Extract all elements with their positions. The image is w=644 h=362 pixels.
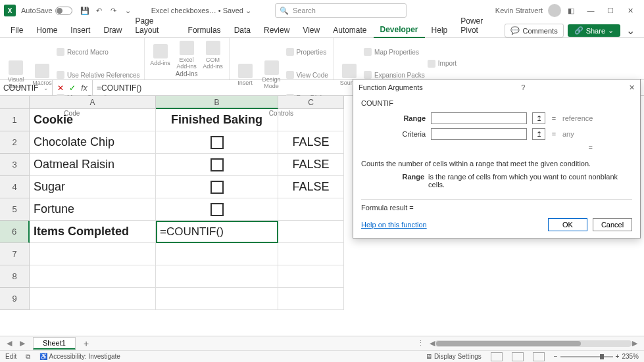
criteria-ref-icon[interactable]: ↥	[532, 128, 545, 140]
toggle-switch[interactable]	[55, 7, 72, 15]
col-header-c[interactable]: C	[278, 96, 344, 109]
tab-power-pivot[interactable]: Power Pivot	[454, 14, 505, 37]
tab-file[interactable]: File	[4, 23, 30, 37]
share-button[interactable]: 🔗 Share ⌄	[568, 24, 620, 37]
checkbox[interactable]	[211, 203, 224, 216]
undo-icon[interactable]: ↶	[93, 5, 105, 16]
cell-b8[interactable]	[156, 265, 278, 288]
row-header-7[interactable]: 7	[0, 243, 30, 265]
view-page-layout-icon[interactable]	[512, 352, 524, 361]
collapse-ribbon-icon[interactable]: ⌄	[624, 25, 636, 37]
cell-a3[interactable]: Oatmeal Raisin	[30, 154, 156, 176]
redo-icon[interactable]: ↷	[108, 5, 120, 16]
tab-home[interactable]: Home	[30, 23, 64, 37]
row-header-1[interactable]: 1	[0, 109, 30, 131]
map-properties-button[interactable]: Map Properties	[364, 41, 425, 63]
cell-a7[interactable]	[30, 243, 156, 265]
tab-page-layout[interactable]: Page Layout	[128, 14, 181, 37]
record-macro-button[interactable]: Record Macro	[57, 41, 140, 63]
addins-button[interactable]: Add-ins	[149, 41, 172, 70]
excel-addins-button[interactable]: Excel Add-ins	[175, 41, 199, 70]
scroll-right-icon[interactable]: ▶	[632, 339, 637, 348]
range-input[interactable]	[431, 112, 527, 124]
scroll-left-icon[interactable]: ◀	[430, 339, 435, 348]
cell-c8[interactable]	[278, 265, 344, 288]
row-header-8[interactable]: 8	[0, 265, 30, 288]
cancel-formula-icon[interactable]: ✕	[55, 83, 66, 93]
row-header-2[interactable]: 2	[0, 131, 30, 154]
cell-c3[interactable]: FALSE	[278, 154, 344, 176]
cell-b2[interactable]	[156, 131, 278, 154]
add-sheet-button[interactable]: +	[84, 338, 89, 349]
tab-data[interactable]: Data	[228, 23, 257, 37]
tab-developer[interactable]: Developer	[374, 22, 425, 38]
fx-icon[interactable]: fx	[79, 83, 89, 93]
col-header-a[interactable]: A	[30, 96, 156, 109]
stats-icon[interactable]: ⧉	[26, 353, 30, 361]
checkbox[interactable]	[211, 158, 224, 171]
enter-formula-icon[interactable]: ✓	[67, 83, 78, 93]
view-normal-icon[interactable]	[491, 352, 503, 361]
close-icon[interactable]: ✕	[620, 4, 640, 17]
tab-automate[interactable]: Automate	[326, 23, 373, 37]
cell-b4[interactable]	[156, 176, 278, 198]
com-addins-button[interactable]: COM Add-ins	[201, 41, 225, 70]
user-account[interactable]: Kevin Stratvert	[495, 4, 561, 17]
name-box[interactable]: COUNTIF ⌄	[0, 80, 53, 95]
row-header-3[interactable]: 3	[0, 154, 30, 176]
search-input[interactable]: 🔍 Search	[275, 3, 407, 18]
cell-b3[interactable]	[156, 154, 278, 176]
autosave-toggle[interactable]: AutoSave	[21, 7, 72, 15]
cell-b6[interactable]: =COUNTIF()	[156, 221, 278, 243]
row-header-4[interactable]: 4	[0, 176, 30, 198]
range-ref-icon[interactable]: ↥	[532, 112, 545, 124]
cell-a9[interactable]	[30, 288, 156, 310]
checkbox[interactable]	[211, 136, 224, 149]
tab-review[interactable]: Review	[257, 23, 296, 37]
zoom-level[interactable]: 235%	[622, 353, 639, 360]
save-icon[interactable]: 💾	[79, 5, 91, 16]
sheet-nav-prev-icon[interactable]: ◀	[7, 339, 12, 348]
dialog-close-icon[interactable]: ✕	[629, 83, 635, 92]
cell-c1[interactable]	[278, 109, 344, 131]
checkbox[interactable]	[211, 181, 224, 194]
zoom-in-icon[interactable]: +	[616, 353, 620, 360]
tab-help[interactable]: Help	[425, 23, 455, 37]
comments-button[interactable]: 💬 Comments	[505, 24, 563, 37]
display-settings[interactable]: 🖥 Display Settings	[426, 353, 481, 360]
dialog-help-icon[interactable]: ?	[521, 83, 525, 91]
tab-formulas[interactable]: Formulas	[182, 23, 228, 37]
cell-c6[interactable]	[278, 221, 344, 243]
row-header-6[interactable]: 6	[0, 221, 30, 243]
view-page-break-icon[interactable]	[533, 352, 545, 361]
criteria-input[interactable]	[431, 128, 527, 140]
dialog-titlebar[interactable]: Function Arguments ? ✕	[353, 79, 640, 95]
col-header-b[interactable]: B	[156, 96, 278, 109]
cell-c4[interactable]: FALSE	[278, 176, 344, 198]
cell-c2[interactable]: FALSE	[278, 131, 344, 154]
cell-b5[interactable]	[156, 198, 278, 221]
minimize-icon[interactable]: —	[581, 4, 601, 17]
maximize-icon[interactable]: ☐	[601, 4, 620, 17]
accessibility-status[interactable]: ♿ Accessibility: Investigate	[39, 353, 120, 360]
import-button[interactable]: Import	[428, 53, 457, 75]
zoom-slider[interactable]: − + 235%	[554, 353, 639, 360]
tab-insert[interactable]: Insert	[64, 23, 97, 37]
cell-c7[interactable]	[278, 243, 344, 265]
row-header-9[interactable]: 9	[0, 288, 30, 310]
cancel-button[interactable]: Cancel	[593, 218, 632, 231]
chevron-down-icon[interactable]: ⌄	[43, 85, 49, 91]
tab-draw[interactable]: Draw	[97, 23, 128, 37]
cell-b1[interactable]: Finished Baking	[156, 109, 278, 131]
cell-b9[interactable]	[156, 288, 278, 310]
zoom-out-icon[interactable]: −	[554, 353, 558, 360]
scroll-handle-icon[interactable]: ⋮	[417, 339, 424, 348]
cell-a6[interactable]: Items Completed	[30, 221, 156, 243]
select-all-corner[interactable]	[0, 96, 30, 109]
cell-c9[interactable]	[278, 288, 344, 310]
cell-a1[interactable]: Cookie	[30, 109, 156, 131]
horizontal-scrollbar[interactable]	[435, 340, 632, 347]
ok-button[interactable]: OK	[548, 218, 587, 231]
help-on-function-link[interactable]: Help on this function	[361, 221, 427, 229]
tab-view[interactable]: View	[296, 23, 326, 37]
